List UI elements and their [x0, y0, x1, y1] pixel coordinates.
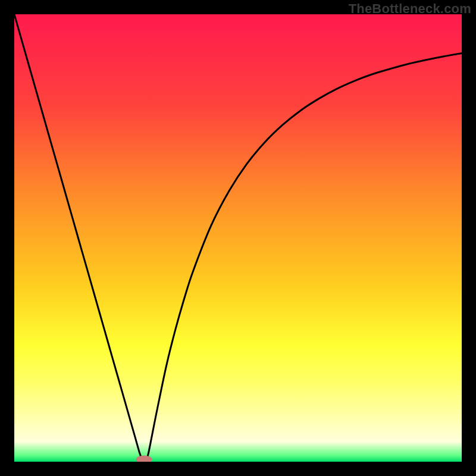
chart-plot-area: [14, 14, 462, 462]
chart-background: [14, 14, 462, 462]
chart-frame: TheBottleneck.com: [0, 0, 476, 476]
chart-svg: [14, 14, 462, 462]
